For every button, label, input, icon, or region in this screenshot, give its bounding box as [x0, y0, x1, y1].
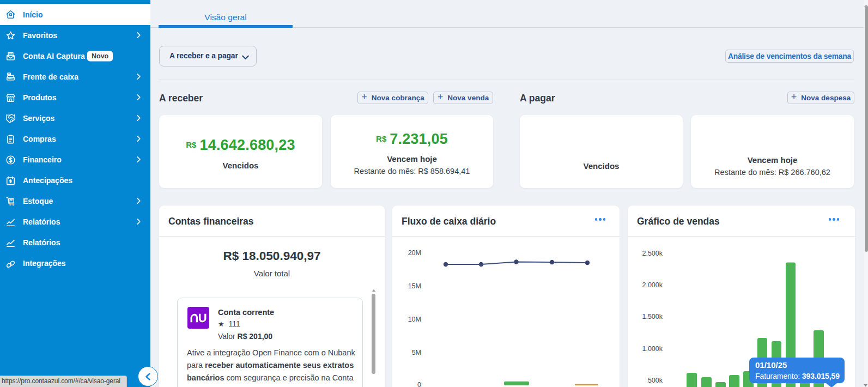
svg-text:2.000k: 2.000k — [642, 281, 663, 289]
svg-text:0: 0 — [417, 381, 421, 387]
svg-text:500k: 500k — [648, 377, 663, 384]
svg-text:20M: 20M — [408, 249, 421, 257]
svg-text:2.500k: 2.500k — [642, 250, 663, 257]
svg-text:15M: 15M — [408, 282, 421, 290]
svg-text:10M: 10M — [408, 316, 421, 323]
svg-text:1.000k: 1.000k — [642, 345, 663, 353]
svg-text:5M: 5M — [412, 349, 421, 356]
svg-text:1.500k: 1.500k — [642, 313, 663, 321]
